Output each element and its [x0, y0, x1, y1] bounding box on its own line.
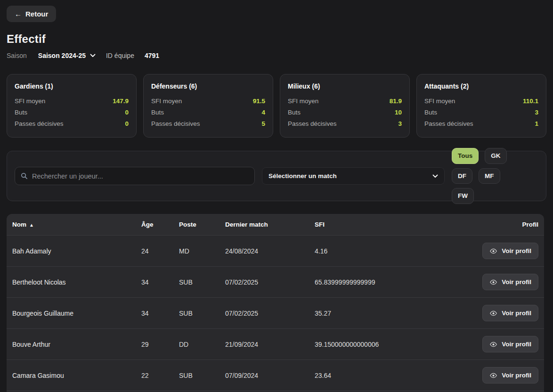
player-age: 29: [141, 341, 179, 348]
player-position: DD: [179, 341, 225, 348]
stat-label: SFI moyen: [15, 98, 45, 105]
stat-label: Passes décisives: [424, 120, 473, 127]
player-name: Bourgeois Guillaume: [12, 310, 141, 317]
stat-label: Buts: [15, 109, 27, 116]
player-position: SUB: [179, 278, 225, 286]
column-header-position[interactable]: Poste: [179, 221, 225, 228]
eye-icon: [489, 248, 497, 254]
chevron-down-icon: [432, 174, 438, 178]
stat-value: 1: [535, 120, 538, 127]
card-midfielders: Milieux (6) SFI moyen81.9 Buts10 Passes …: [280, 74, 410, 138]
view-profile-button[interactable]: Voir profil: [482, 367, 538, 384]
player-sfi: 23.64: [315, 372, 472, 379]
stat-value: 5: [261, 120, 265, 127]
column-header-name[interactable]: Nom▲: [12, 221, 141, 228]
search-box: [15, 167, 255, 185]
stat-value: 0: [125, 109, 129, 116]
sort-asc-icon: ▲: [29, 222, 34, 228]
table-row: Bouve Arthur 29 DD 21/09/2024 39.1500000…: [7, 328, 544, 359]
view-profile-button[interactable]: Voir profil: [482, 336, 538, 352]
player-age: 22: [141, 372, 179, 379]
card-title: Attaquants (2): [424, 82, 538, 90]
search-input[interactable]: [32, 172, 249, 180]
arrow-left-icon: ←: [15, 10, 22, 18]
player-name: Camara Gasimou: [12, 372, 141, 379]
view-profile-label: Voir profil: [502, 247, 531, 254]
stat-value: 3: [398, 120, 402, 127]
squad-page: ← Retour Effectif Saison Saison 2024-25 …: [0, 0, 553, 392]
player-position: MD: [179, 247, 225, 255]
view-profile-label: Voir profil: [502, 372, 531, 379]
team-id-label: ID équipe: [106, 52, 134, 59]
stat-label: SFI moyen: [151, 98, 182, 105]
filter-df[interactable]: DF: [452, 168, 472, 184]
player-age: 24: [141, 247, 179, 255]
team-id-value: 4791: [145, 52, 159, 59]
card-title: Gardiens (1): [15, 82, 129, 90]
player-sfi: 65.83999999999999: [315, 278, 472, 286]
filter-gk[interactable]: GK: [485, 148, 506, 164]
player-age: 34: [141, 278, 179, 286]
eye-icon: [489, 373, 497, 378]
player-name: Bah Adamaly: [12, 247, 141, 255]
player-position: SUB: [179, 372, 225, 379]
chevron-down-icon[interactable]: [90, 54, 96, 57]
player-age: 34: [141, 310, 179, 317]
player-sfi: 35.27: [315, 310, 472, 317]
player-position: SUB: [179, 310, 225, 317]
stat-label: Buts: [424, 109, 437, 116]
filter-panel: Sélectionner un match Tous GK DF MF FW: [7, 151, 546, 201]
player-name: Bouve Arthur: [12, 341, 141, 348]
stat-label: SFI moyen: [424, 98, 455, 105]
eye-icon: [489, 279, 497, 285]
eye-icon: [489, 342, 497, 347]
table-row: Bertheloot Nicolas 34 SUB 07/02/2025 65.…: [7, 266, 544, 297]
stat-label: Passes décisives: [15, 120, 64, 127]
card-defenders: Défenseurs (6) SFI moyen91.5 Buts4 Passe…: [143, 74, 273, 138]
stat-value: 110.1: [523, 98, 538, 105]
stat-value: 10: [395, 109, 402, 116]
match-select[interactable]: Sélectionner un match: [262, 167, 445, 185]
player-last-match: 07/02/2025: [225, 278, 315, 286]
view-profile-button[interactable]: Voir profil: [482, 243, 538, 259]
stat-label: Buts: [151, 109, 164, 116]
column-header-sfi[interactable]: SFI: [315, 221, 472, 228]
stat-value: 147.9: [113, 98, 129, 105]
page-title: Effectif: [7, 33, 546, 46]
player-sfi: 39.150000000000006: [315, 341, 472, 348]
match-select-value: Sélectionner un match: [268, 172, 337, 180]
column-header-last-match[interactable]: Dernier match: [225, 221, 315, 228]
column-header-profile: Profil: [472, 221, 538, 228]
filter-fw[interactable]: FW: [452, 188, 474, 204]
card-title: Défenseurs (6): [151, 82, 265, 90]
stat-value: 0: [125, 120, 129, 127]
stat-value: 4: [261, 109, 265, 116]
view-profile-button[interactable]: Voir profil: [482, 274, 538, 290]
table-header: Nom▲ Âge Poste Dernier match SFI Profil: [7, 214, 544, 235]
eye-icon: [489, 310, 497, 316]
season-label: Saison: [7, 52, 27, 59]
view-profile-label: Voir profil: [502, 310, 531, 317]
player-last-match: 21/09/2024: [225, 341, 315, 348]
stat-value: 81.9: [390, 98, 402, 105]
table-row: Bah Adamaly 24 MD 24/08/2024 4.16 Voir p…: [7, 235, 544, 266]
stat-value: 3: [535, 109, 538, 116]
view-profile-label: Voir profil: [502, 278, 531, 286]
card-title: Milieux (6): [288, 82, 402, 90]
player-sfi: 4.16: [315, 247, 472, 255]
stat-value: 91.5: [253, 98, 265, 105]
column-header-age[interactable]: Âge: [141, 221, 179, 228]
table-row: Camara Gasimou 22 SUB 07/09/2024 23.64 V…: [7, 359, 544, 391]
filter-tous[interactable]: Tous: [452, 148, 479, 164]
view-profile-button[interactable]: Voir profil: [482, 305, 538, 321]
meta-row: Saison Saison 2024-25 ID équipe 4791: [7, 52, 546, 59]
stat-label: Passes décisives: [151, 120, 200, 127]
player-last-match: 07/09/2024: [225, 372, 315, 379]
player-last-match: 24/08/2024: [225, 247, 315, 255]
back-button[interactable]: ← Retour: [7, 6, 56, 22]
filter-mf[interactable]: MF: [479, 168, 500, 184]
position-filters: Tous GK DF MF FW: [452, 148, 522, 204]
stat-label: Buts: [288, 109, 301, 116]
summary-cards: Gardiens (1) SFI moyen147.9 Buts0 Passes…: [7, 74, 546, 138]
season-select-value[interactable]: Saison 2024-25: [38, 52, 86, 59]
